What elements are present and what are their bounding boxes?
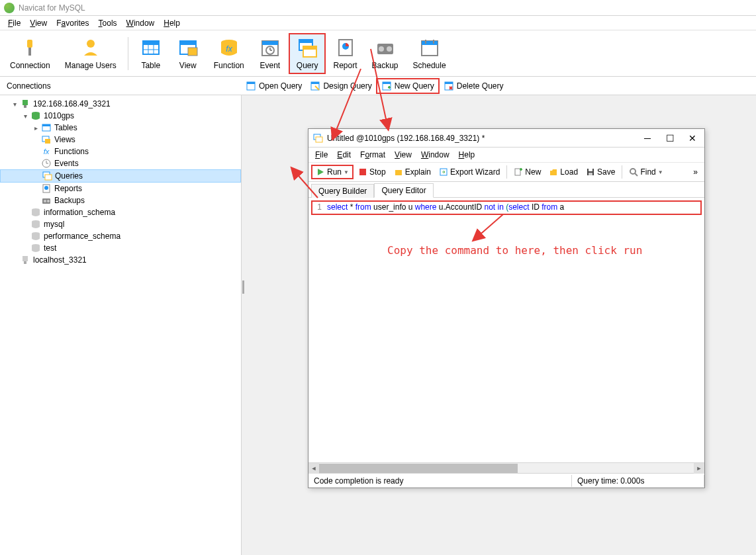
qw-menu-file[interactable]: File: [311, 149, 332, 161]
backups-node[interactable]: Backups: [0, 194, 241, 206]
query-button[interactable]: Query: [289, 33, 326, 74]
qw-menu-view[interactable]: View: [391, 149, 416, 161]
svg-rect-36: [383, 82, 391, 84]
qw-menu-format[interactable]: Format: [356, 149, 389, 161]
app-title: Navicat for MySQL: [19, 3, 85, 13]
tree-item-label: 1010gps: [44, 111, 74, 120]
function-button[interactable]: fx Function: [207, 33, 252, 74]
new-query-button[interactable]: New Query: [376, 78, 440, 94]
status-bar: Code completion is ready Query time: 0.0…: [308, 473, 704, 488]
database-icon: [30, 207, 41, 218]
svg-rect-0: [27, 40, 32, 48]
tree-spacer: [32, 172, 40, 180]
qw-menu-help[interactable]: Help: [455, 149, 479, 161]
maximize-button[interactable]: ☐: [662, 132, 678, 145]
scrollbar-thumb[interactable]: [319, 464, 518, 473]
menu-window[interactable]: Window: [122, 17, 159, 29]
tree-spacer: [11, 256, 19, 264]
tree-spacer: [21, 208, 29, 216]
tree-spacer: [32, 159, 40, 167]
explain-button[interactable]: Explain: [391, 166, 434, 178]
backups-icon: [41, 195, 52, 206]
backup-button[interactable]: Backup: [365, 33, 406, 74]
scroll-left-arrow-icon[interactable]: ◄: [308, 463, 319, 474]
menu-favorites[interactable]: Favorites: [52, 17, 93, 29]
tab-query-editor[interactable]: Query Editor: [374, 183, 433, 198]
code-text-area[interactable]: select * from user_info u where u.Accoun…: [324, 198, 704, 462]
new-icon: [514, 167, 523, 177]
query-window-title-bar[interactable]: Untitled @1010gps (192.168.168.49_3321) …: [308, 129, 704, 148]
open-query-button[interactable]: Open Query: [242, 78, 306, 94]
server-node[interactable]: localhost_3321: [0, 254, 241, 266]
menu-view[interactable]: View: [26, 17, 51, 29]
open-query-label: Open Query: [259, 81, 302, 91]
close-button[interactable]: ✕: [685, 132, 700, 145]
main-area: ▾ 192.168.168.49_3321 ▾ 1010gps ▸ Tables…: [0, 95, 756, 555]
svg-rect-34: [311, 82, 319, 84]
tree-item-label: Tables: [54, 123, 77, 132]
reports-icon: [41, 183, 52, 194]
find-icon: [629, 167, 638, 177]
minimize-button[interactable]: ─: [639, 132, 655, 145]
scroll-right-arrow-icon[interactable]: ►: [694, 463, 704, 474]
tree-toggle-icon[interactable]: ▸: [32, 124, 40, 132]
database-node[interactable]: performance_schema: [0, 230, 241, 242]
queries-node[interactable]: Queries: [0, 169, 241, 183]
menu-help[interactable]: Help: [160, 17, 184, 29]
toolbar-separator: [506, 165, 507, 179]
find-button[interactable]: Find ▼: [626, 166, 666, 178]
views-node[interactable]: Views: [0, 134, 241, 146]
qw-menu-window[interactable]: Window: [417, 149, 453, 161]
function-icon: fx: [218, 37, 240, 58]
events-node[interactable]: Events: [0, 157, 241, 169]
database-node[interactable]: test: [0, 242, 241, 254]
reports-node[interactable]: Reports: [0, 183, 241, 194]
save-button[interactable]: Save: [583, 166, 618, 178]
server-node[interactable]: ▾ 192.168.168.49_3321: [0, 98, 241, 110]
explain-label: Explain: [405, 167, 431, 177]
menu-tools[interactable]: Tools: [95, 17, 121, 29]
export-wizard-label: Export Wizard: [450, 167, 500, 177]
run-button[interactable]: Run ▼: [311, 165, 354, 179]
status-query-time: Query time: 0.000s: [572, 475, 704, 487]
query-tabs: Query Builder Query Editor: [308, 182, 704, 198]
functions-node[interactable]: fx Functions: [0, 146, 241, 157]
horizontal-scrollbar[interactable]: ◄ ►: [308, 462, 704, 473]
database-icon: [30, 243, 41, 253]
manage-users-button[interactable]: Manage Users: [58, 33, 124, 74]
tables-node[interactable]: ▸ Tables: [0, 122, 241, 134]
splitter-grip[interactable]: [242, 280, 244, 294]
database-node[interactable]: mysql: [0, 218, 241, 230]
menu-file[interactable]: File: [4, 17, 24, 29]
view-button[interactable]: View: [169, 33, 207, 74]
event-button[interactable]: Event: [252, 33, 289, 74]
backup-icon: [375, 37, 396, 58]
report-button[interactable]: Report: [326, 33, 364, 74]
tree-toggle-icon[interactable]: ▾: [11, 100, 19, 108]
tab-query-builder[interactable]: Query Builder: [311, 184, 374, 198]
schedule-button[interactable]: Schedule: [406, 33, 453, 74]
tree-item-label: test: [44, 243, 56, 253]
view-label: View: [179, 61, 197, 70]
delete-query-button[interactable]: Delete Query: [440, 78, 508, 94]
query-window-menu: File Edit Format View Window Help: [308, 148, 704, 162]
svg-rect-10: [188, 48, 197, 56]
connection-button[interactable]: Connection: [3, 33, 58, 74]
table-button[interactable]: Table: [132, 33, 169, 74]
load-button[interactable]: Load: [545, 166, 581, 178]
database-node[interactable]: ▾ 1010gps: [0, 110, 241, 122]
tree-toggle-icon[interactable]: ▾: [21, 112, 29, 120]
tree-item-label: Queries: [55, 171, 83, 181]
connection-label: Connection: [10, 61, 50, 70]
toolbar-overflow-button[interactable]: »: [689, 166, 702, 178]
tree-spacer: [21, 244, 29, 252]
qw-menu-edit[interactable]: Edit: [333, 149, 355, 161]
new-query-label: New Query: [395, 81, 434, 91]
export-wizard-button[interactable]: Export Wizard: [436, 166, 503, 178]
svg-rect-64: [359, 169, 366, 175]
new-button[interactable]: New: [510, 166, 544, 178]
stop-button[interactable]: Stop: [355, 166, 389, 178]
design-query-button[interactable]: Design Query: [306, 78, 375, 94]
sql-editor[interactable]: 1 select * from user_info u where u.Acco…: [308, 198, 704, 462]
database-node[interactable]: information_schema: [0, 206, 241, 218]
